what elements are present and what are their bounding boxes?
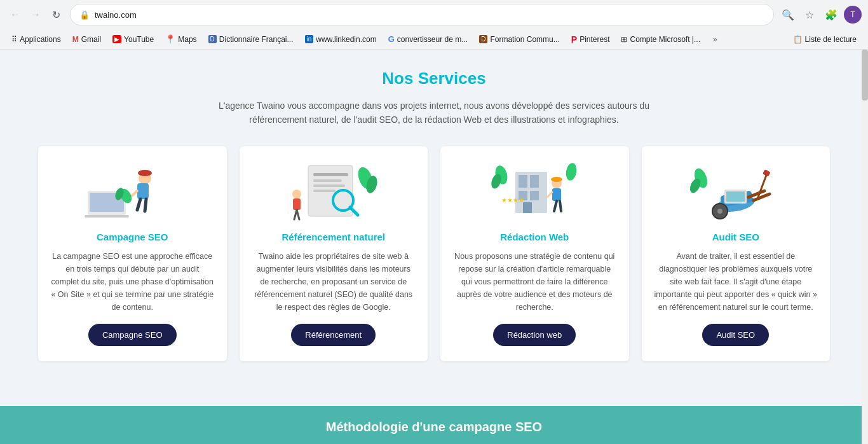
pinterest-icon: P — [571, 34, 577, 45]
search-button[interactable]: 🔍 — [779, 6, 797, 24]
card-campagne-seo-desc: La campagne SEO est une approche efficac… — [51, 250, 214, 314]
bookmark-apps[interactable]: ⠿ Applications — [6, 33, 66, 46]
page-wrapper: Nos Services L'agence Twaino vous accomp… — [0, 50, 868, 444]
section-title: Nos Services — [38, 69, 830, 88]
nav-buttons: ← → ↻ — [6, 6, 65, 24]
bookmark-microsoft[interactable]: ⊞ Compte Microsoft |... — [616, 33, 705, 46]
svg-point-41 — [565, 162, 578, 181]
extensions-button[interactable]: 🧩 — [822, 6, 840, 24]
svg-rect-27 — [530, 175, 539, 188]
bookmark-gmail-label: Gmail — [81, 35, 101, 44]
bookmark-maps-label: Maps — [178, 35, 196, 44]
more-bookmarks-button[interactable]: » — [709, 33, 721, 46]
cards-grid: Campagne SEO La campagne SEO est une app… — [38, 146, 830, 361]
svg-rect-15 — [313, 184, 345, 187]
reading-list-icon: 📋 — [793, 35, 803, 44]
card-audit-seo-button[interactable]: Audit SEO — [702, 324, 769, 346]
scrollbar[interactable] — [862, 50, 868, 444]
bookmark-dict[interactable]: D Dictionnaire Françai... — [203, 33, 299, 46]
section-subtitle: L'agence Twaino vous accompagne dans vos… — [218, 99, 650, 127]
bookmark-youtube-label: YouTube — [124, 35, 154, 44]
bookmark-pinterest-label: Pinterest — [580, 35, 609, 44]
apps-icon: ⠿ — [11, 35, 17, 44]
bookmark-gmail[interactable]: M Gmail — [67, 33, 106, 46]
svg-point-19 — [292, 190, 301, 198]
bookmark-star-button[interactable]: ☆ — [801, 6, 818, 24]
card-referencement-desc: Twaino aide les propriétaires de site we… — [252, 250, 416, 314]
svg-rect-26 — [519, 175, 527, 188]
browser-toolbar: ← → ↻ 🔒 twaino.com 🔍 ☆ 🧩 T — [0, 0, 868, 29]
reading-list-button[interactable]: 📋 Liste de lecture — [788, 33, 862, 46]
campagne-seo-illustration — [81, 159, 183, 223]
forward-button[interactable]: → — [27, 6, 44, 24]
card-audit-seo-title: Audit SEO — [712, 232, 759, 242]
browser-chrome: ← → ↻ 🔒 twaino.com 🔍 ☆ 🧩 T ⠿ Application… — [0, 0, 868, 50]
redaction-web-illustration: ★★★★ — [484, 159, 585, 223]
card-audit-seo-desc: Avant de traiter, il est essentiel de di… — [654, 250, 818, 314]
svg-line-22 — [297, 210, 299, 219]
svg-text:★★★★: ★★★★ — [501, 197, 524, 204]
bookmark-dict-label: Dictionnaire Françai... — [219, 35, 294, 44]
svg-rect-13 — [313, 173, 348, 176]
svg-line-37 — [560, 201, 561, 211]
dict-icon: D — [208, 35, 217, 43]
bookmarks-bar: ⠿ Applications M Gmail ▶ YouTube 📍 Maps … — [0, 29, 868, 50]
svg-rect-51 — [763, 169, 771, 177]
svg-rect-34 — [552, 188, 561, 201]
bookmark-google-label: convertisseur de m... — [397, 35, 468, 44]
card-audit-seo: Audit SEO Avant de traiter, il est essen… — [642, 146, 831, 361]
bookmark-linkedin-label: www.linkedin.com — [316, 35, 376, 44]
lock-icon: 🔒 — [79, 10, 90, 20]
svg-line-35 — [547, 192, 552, 197]
bookmark-maps[interactable]: 📍 Maps — [160, 32, 201, 46]
referencement-illustration — [283, 159, 384, 223]
url-text: twaino.com — [95, 10, 764, 20]
back-button[interactable]: ← — [6, 6, 24, 24]
bookmark-apps-label: Applications — [20, 35, 61, 44]
formation-icon: D — [479, 35, 487, 43]
card-campagne-seo: Campagne SEO La campagne SEO est une app… — [38, 146, 227, 361]
toolbar-right: 🔍 ☆ 🧩 T — [779, 6, 862, 24]
svg-rect-30 — [523, 202, 532, 213]
svg-rect-29 — [530, 191, 539, 200]
page-content: Nos Services L'agence Twaino vous accomp… — [0, 50, 868, 406]
card-redaction-web: ★★★★ Rédaction Web Nous proposons une st… — [440, 146, 629, 361]
svg-rect-2 — [85, 215, 129, 218]
address-bar[interactable]: 🔒 twaino.com — [70, 4, 774, 25]
footer-banner-text: Méthodologie d'une campagne SEO — [326, 420, 542, 434]
svg-rect-6 — [141, 170, 149, 174]
youtube-icon: ▶ — [112, 35, 121, 43]
scrollbar-thumb[interactable] — [862, 50, 868, 101]
linkedin-icon: in — [305, 35, 314, 43]
card-referencement-button[interactable]: Référencement — [291, 324, 376, 346]
reading-list-label: Liste de lecture — [805, 35, 857, 44]
svg-rect-49 — [726, 191, 745, 202]
bookmark-youtube[interactable]: ▶ YouTube — [107, 33, 159, 46]
bookmark-formation[interactable]: D Formation Commu... — [474, 33, 565, 46]
bookmark-formation-label: Formation Commu... — [490, 35, 559, 44]
svg-rect-16 — [313, 190, 336, 192]
svg-rect-4 — [137, 183, 149, 199]
card-referencement-title: Référencement naturel — [281, 232, 385, 242]
svg-rect-33 — [553, 177, 560, 181]
gmail-icon: M — [72, 35, 79, 44]
svg-line-9 — [145, 199, 146, 211]
microsoft-icon: ⊞ — [621, 35, 627, 44]
footer-banner: Méthodologie d'une campagne SEO — [0, 406, 868, 444]
svg-point-45 — [717, 209, 722, 214]
svg-line-36 — [554, 201, 557, 211]
svg-rect-20 — [293, 198, 301, 210]
card-campagne-seo-button[interactable]: Campagne SEO — [88, 324, 177, 346]
bookmark-microsoft-label: Compte Microsoft |... — [630, 35, 700, 44]
profile-button[interactable]: T — [844, 6, 862, 24]
refresh-button[interactable]: ↻ — [47, 6, 65, 24]
svg-rect-14 — [313, 179, 342, 182]
maps-icon: 📍 — [165, 34, 175, 44]
card-campagne-seo-title: Campagne SEO — [97, 232, 168, 242]
card-referencement: Référencement naturel Twaino aide les pr… — [240, 146, 428, 361]
bookmark-pinterest[interactable]: P Pinterest — [566, 32, 615, 46]
card-redaction-web-button[interactable]: Rédaction web — [493, 324, 576, 346]
bookmark-linkedin[interactable]: in www.linkedin.com — [300, 33, 382, 46]
bookmark-google[interactable]: G convertisseur de m... — [383, 32, 473, 46]
svg-line-8 — [137, 199, 140, 210]
